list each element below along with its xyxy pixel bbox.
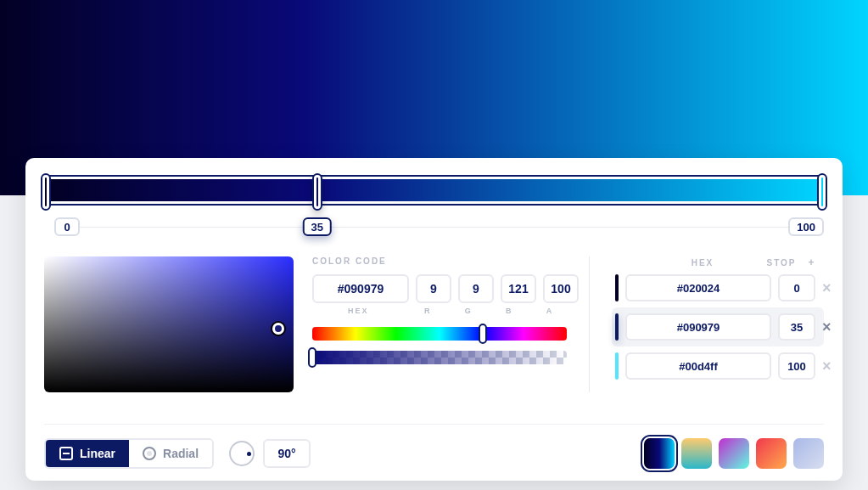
alpha-slider[interactable] xyxy=(312,351,567,364)
radial-label: Radial xyxy=(163,447,199,460)
angle-input[interactable] xyxy=(263,439,311,468)
hex-input[interactable] xyxy=(312,274,409,303)
a-input[interactable] xyxy=(543,274,579,303)
color-code-label: COLOR CODE xyxy=(312,256,567,266)
stop-swatch[interactable] xyxy=(615,274,619,301)
position-scale: 0 35 100 xyxy=(44,217,824,236)
editor-card: 0 35 100 COLOR CODE HEX R G B A xyxy=(25,158,843,481)
sublabel: HEX xyxy=(312,307,404,315)
hue-handle[interactable] xyxy=(479,324,487,344)
sublabel: B xyxy=(492,307,526,315)
b-input[interactable] xyxy=(501,274,536,303)
sublabel: G xyxy=(451,307,485,315)
position-box[interactable]: 35 xyxy=(302,217,331,236)
stop-pos-input[interactable] xyxy=(778,313,815,341)
stop-hex-input[interactable] xyxy=(625,274,771,301)
r-input[interactable] xyxy=(416,274,451,303)
add-stop-button[interactable]: + xyxy=(800,256,824,268)
delete-stop-button[interactable]: × xyxy=(822,279,832,297)
delete-stop-button[interactable]: × xyxy=(822,318,832,336)
linear-icon xyxy=(59,447,73,460)
stop-row[interactable]: × xyxy=(612,307,824,346)
close-icon: × xyxy=(822,279,832,297)
preset-swatch[interactable] xyxy=(644,438,675,469)
preset-swatch[interactable] xyxy=(719,438,749,469)
sublabel: A xyxy=(533,307,567,315)
gradient-strip[interactable] xyxy=(44,175,824,206)
delete-stop-button[interactable]: × xyxy=(822,357,832,375)
linear-label: Linear xyxy=(80,447,115,460)
saturation-dot[interactable] xyxy=(272,323,284,335)
gradient-stop-handle[interactable] xyxy=(41,173,51,211)
close-icon: × xyxy=(822,318,832,336)
stop-swatch[interactable] xyxy=(615,352,619,380)
stop-swatch[interactable] xyxy=(615,313,619,341)
stops-header-stop: STOP xyxy=(763,258,800,268)
gradient-stop-handle[interactable] xyxy=(817,173,827,211)
stop-hex-input[interactable] xyxy=(625,313,771,341)
alpha-handle[interactable] xyxy=(308,347,316,368)
position-box[interactable]: 0 xyxy=(54,217,80,236)
position-box[interactable]: 100 xyxy=(788,217,824,236)
angle-dial[interactable] xyxy=(229,441,255,466)
sublabel: R xyxy=(411,307,445,315)
preset-swatch[interactable] xyxy=(793,438,824,469)
g-input[interactable] xyxy=(458,274,494,303)
stop-row[interactable]: × xyxy=(612,346,824,386)
saturation-picker[interactable] xyxy=(44,256,294,392)
close-icon: × xyxy=(822,358,832,375)
preset-swatch[interactable] xyxy=(756,438,787,469)
color-code-panel: COLOR CODE HEX R G B A xyxy=(312,256,567,375)
stop-row[interactable]: × xyxy=(612,268,824,307)
gradient-stop-handle[interactable] xyxy=(312,173,322,211)
gradient-type-toggle: Linear Radial xyxy=(44,438,214,469)
radial-icon xyxy=(143,447,156,460)
preset-swatch[interactable] xyxy=(681,438,712,469)
radial-type-button[interactable]: Radial xyxy=(129,440,212,467)
stop-pos-input[interactable] xyxy=(778,274,815,301)
stop-pos-input[interactable] xyxy=(778,352,815,380)
presets xyxy=(644,438,824,469)
stop-hex-input[interactable] xyxy=(625,352,771,380)
linear-type-button[interactable]: Linear xyxy=(46,440,129,467)
stops-header-hex: HEX xyxy=(649,258,756,268)
hue-slider[interactable] xyxy=(312,327,567,341)
stops-panel: HEX STOP + × × × xyxy=(612,256,824,386)
